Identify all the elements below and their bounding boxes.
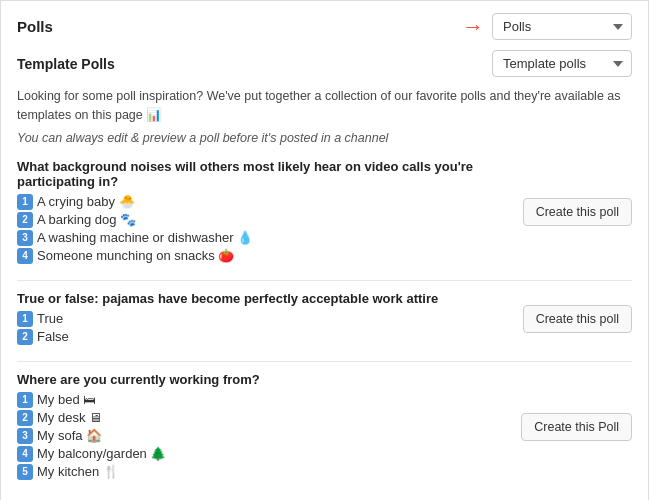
poll-question-1: What background noises will others most … [17, 159, 507, 189]
italic-note: You can always edit & preview a poll bef… [17, 131, 632, 145]
poll-block-2: True or false: pajamas have become perfe… [17, 291, 632, 347]
poll-options-3: 1 My bed 🛏 2 My desk 🖥 3 My sofa 🏠 4 My … [17, 392, 505, 480]
poll-options-1: 1 A crying baby 🐣 2 A barking dog 🐾 3 A … [17, 194, 507, 264]
list-item: 5 My kitchen 🍴 [17, 464, 505, 480]
option-num: 1 [17, 311, 33, 327]
option-num: 4 [17, 446, 33, 462]
description-text: Looking for some poll inspiration? We've… [17, 87, 632, 125]
list-item: 4 Someone munching on snacks 🍅 [17, 248, 507, 264]
poll-question-2: True or false: pajamas have become perfe… [17, 291, 507, 306]
list-item: 3 A washing machine or dishwasher 💧 [17, 230, 507, 246]
poll-content-1: What background noises will others most … [17, 159, 523, 266]
list-item: 1 True [17, 311, 507, 327]
option-num: 3 [17, 428, 33, 444]
list-item: 1 A crying baby 🐣 [17, 194, 507, 210]
poll-block-1: What background noises will others most … [17, 159, 632, 266]
page-title: Polls [17, 18, 53, 35]
option-num: 2 [17, 212, 33, 228]
list-item: 2 My desk 🖥 [17, 410, 505, 426]
poll-question-3: Where are you currently working from? [17, 372, 505, 387]
option-num: 3 [17, 230, 33, 246]
divider-1 [17, 280, 632, 281]
create-poll-button-3[interactable]: Create this Poll [521, 413, 632, 441]
header-dropdown-container: → Polls [462, 13, 632, 40]
header-row: Polls → Polls [17, 13, 632, 40]
option-num: 1 [17, 392, 33, 408]
page-container: Polls → Polls Template Polls Template po… [1, 1, 648, 500]
poll-content-2: True or false: pajamas have become perfe… [17, 291, 523, 347]
template-polls-row: Template Polls Template polls [17, 50, 632, 77]
option-num: 5 [17, 464, 33, 480]
list-item: 2 False [17, 329, 507, 345]
divider-2 [17, 361, 632, 362]
list-item: 1 My bed 🛏 [17, 392, 505, 408]
option-num: 4 [17, 248, 33, 264]
template-polls-dropdown[interactable]: Template polls [492, 50, 632, 77]
polls-dropdown[interactable]: Polls [492, 13, 632, 40]
create-poll-button-2[interactable]: Create this poll [523, 305, 632, 333]
create-poll-button-1[interactable]: Create this poll [523, 198, 632, 226]
list-item: 2 A barking dog 🐾 [17, 212, 507, 228]
arrow-icon: → [462, 16, 484, 38]
list-item: 4 My balcony/garden 🌲 [17, 446, 505, 462]
poll-options-2: 1 True 2 False [17, 311, 507, 345]
poll-block-3: Where are you currently working from? 1 … [17, 372, 632, 482]
option-num: 2 [17, 410, 33, 426]
option-num: 1 [17, 194, 33, 210]
template-polls-label: Template Polls [17, 56, 115, 72]
list-item: 3 My sofa 🏠 [17, 428, 505, 444]
poll-content-3: Where are you currently working from? 1 … [17, 372, 521, 482]
option-num: 2 [17, 329, 33, 345]
